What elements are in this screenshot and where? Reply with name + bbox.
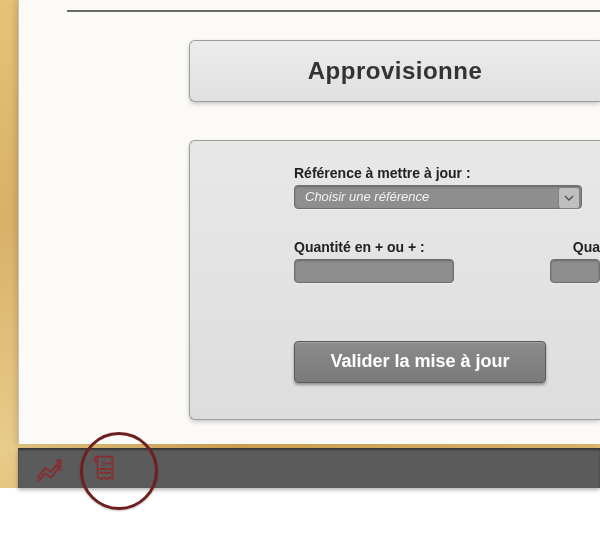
quantity-row: Quantité en + ou + : Qua (294, 239, 600, 283)
reference-select-value[interactable]: Choisir une référence (294, 185, 582, 209)
supply-form-card: Référence à mettre à jour : Choisir une … (189, 140, 600, 420)
reference-label: Référence à mettre à jour : (294, 165, 600, 181)
reference-row: Référence à mettre à jour : Choisir une … (294, 165, 600, 209)
chart-icon[interactable] (34, 451, 68, 485)
invoice-icon[interactable]: $ (88, 451, 122, 485)
submit-button[interactable]: Valider la mise à jour (294, 341, 546, 383)
top-divider (67, 10, 600, 12)
quantity-right-label: Qua (573, 239, 600, 255)
reference-select[interactable]: Choisir une référence (294, 185, 582, 209)
bottom-taskbar: $ (18, 448, 600, 488)
quantity-delta-label: Quantité en + ou + : (294, 239, 454, 255)
page-bottom-margin (0, 488, 600, 534)
chevron-down-icon[interactable] (558, 187, 580, 209)
content-panel: Approvisionne Référence à mettre à jour … (18, 0, 600, 444)
quantity-right-input[interactable] (550, 259, 600, 283)
submit-row: Valider la mise à jour (294, 341, 600, 383)
quantity-delta-input[interactable] (294, 259, 454, 283)
section-title-card: Approvisionne (189, 40, 600, 102)
section-title: Approvisionne (308, 57, 483, 85)
